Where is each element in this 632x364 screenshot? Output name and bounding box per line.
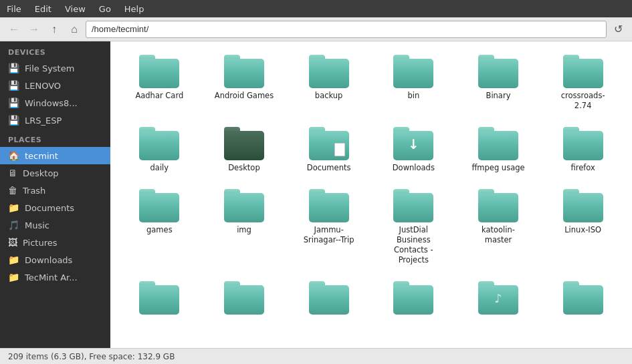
file-item-folder-r2[interactable] (203, 276, 286, 323)
file-item-folder-r4[interactable] (373, 276, 455, 323)
sidebar-label: Trash (23, 186, 45, 196)
place-icon: 🎵 (8, 220, 19, 230)
device-icon: 💾 (8, 115, 19, 126)
sidebar-label: Downloads (25, 255, 72, 265)
file-label: JustDial Business Contacts - Projects (383, 225, 443, 265)
folder-icon (478, 281, 518, 315)
file-label: img (237, 225, 251, 235)
menu-go[interactable]: Go (96, 3, 114, 15)
folder-icon (393, 281, 433, 315)
file-label: katoolin-master (468, 225, 528, 245)
file-item-jammu[interactable]: Jammu-Srinagar--Trip (288, 184, 370, 270)
sidebar-item-windows[interactable]: 💾Windows8... (0, 94, 110, 112)
sidebar-label: tecmint (25, 151, 58, 161)
sidebar-item-trash[interactable]: 🗑Trash (0, 182, 110, 199)
sidebar-label: Pictures (23, 238, 57, 248)
sidebar-label: Documents (25, 203, 74, 213)
sidebar-label: Desktop (23, 168, 59, 178)
file-item-daily[interactable]: daily (118, 122, 201, 178)
place-icon: 🗑 (8, 185, 17, 196)
file-item-binary[interactable]: Binary (457, 49, 540, 116)
up-button[interactable]: ↑ (45, 21, 63, 38)
file-label: crossroads-2.74 (553, 91, 613, 111)
file-item-documents-folder[interactable]: Documents (288, 122, 370, 178)
file-item-folder-r1[interactable] (118, 276, 201, 323)
place-icon: 📁 (8, 272, 19, 283)
folder-icon (393, 189, 433, 222)
file-label: backup (315, 91, 343, 101)
file-label: Aadhar Card (135, 91, 183, 101)
sidebar-item-documents[interactable]: 📁Documents (0, 199, 110, 216)
sidebar-item-tecmint-ar[interactable]: 📁TecMint Ar... (0, 268, 110, 286)
folder-icon (224, 281, 264, 315)
folder-icon (139, 55, 179, 88)
file-item-katoolin[interactable]: katoolin-master (457, 184, 540, 270)
file-item-bin[interactable]: bin (373, 49, 455, 116)
home-button[interactable]: ⌂ (66, 21, 83, 38)
sidebar-item-lrs-esp[interactable]: 💾LRS_ESP (0, 112, 110, 129)
file-item-crossroads[interactable]: crossroads-2.74 (542, 49, 624, 116)
sidebar-label: TecMint Ar... (25, 272, 78, 283)
place-icon: 🖼 (8, 237, 17, 248)
sidebar-item-desktop[interactable]: 🖥Desktop (0, 164, 110, 182)
menubar: File Edit View Go Help (0, 0, 632, 17)
folder-icon (309, 127, 349, 160)
file-item-android-games[interactable]: Android Games (203, 49, 286, 116)
sidebar-label: LENOVO (25, 81, 61, 91)
sidebar-item-downloads[interactable]: 📁Downloads (0, 251, 110, 268)
file-area: Aadhar CardAndroid GamesbackupbinBinaryc… (110, 41, 632, 348)
main-layout: DEVICES 💾File System💾LENOVO💾Windows8...💾… (0, 41, 632, 348)
device-icon: 💾 (8, 80, 19, 91)
devices-label: DEVICES (0, 41, 110, 59)
folder-icon (563, 281, 603, 315)
sidebar-item-file-system[interactable]: 💾File System (0, 59, 110, 77)
file-item-ffmpeg-usage[interactable]: ffmpeg usage (457, 122, 540, 178)
file-item-folder-r3[interactable] (288, 276, 370, 323)
device-icon: 💾 (8, 63, 19, 73)
file-item-backup[interactable]: backup (288, 49, 370, 116)
sidebar-label: LRS_ESP (25, 116, 62, 126)
file-label: Desktop (228, 163, 259, 173)
file-label: games (146, 225, 173, 235)
sidebar-item-tecmint[interactable]: 🏠tecmint (0, 147, 110, 164)
menu-file[interactable]: File (4, 3, 24, 15)
folder-icon (139, 281, 179, 315)
sidebar-label: File System (25, 63, 74, 73)
file-label: Binary (486, 91, 511, 101)
folder-icon (224, 127, 264, 160)
sidebar-item-music[interactable]: 🎵Music (0, 216, 110, 234)
file-item-linux-iso[interactable]: Linux-ISO (542, 184, 624, 270)
menu-help[interactable]: Help (122, 3, 147, 15)
folder-icon (393, 55, 433, 88)
forward-button[interactable]: → (25, 21, 43, 38)
file-label: firefox (570, 163, 595, 173)
sidebar-item-lenovo[interactable]: 💾LENOVO (0, 77, 110, 94)
sidebar-label: Music (25, 220, 49, 230)
file-item-folder-r6[interactable] (542, 276, 624, 323)
place-icon: 🖥 (8, 168, 17, 178)
file-item-justdial[interactable]: JustDial Business Contacts - Projects (373, 184, 455, 270)
file-item-downloads-folder[interactable]: Downloads (373, 122, 455, 178)
folder-icon (224, 189, 264, 222)
folder-icon (563, 189, 603, 222)
file-item-firefox[interactable]: firefox (542, 122, 624, 178)
menu-view[interactable]: View (62, 3, 88, 15)
sidebar-item-pictures[interactable]: 🖼Pictures (0, 234, 110, 251)
folder-icon (309, 189, 349, 222)
file-item-desktop-folder[interactable]: Desktop (203, 122, 286, 178)
places-label: PLACES (0, 129, 110, 147)
menu-edit[interactable]: Edit (32, 3, 54, 15)
file-label: Android Games (215, 91, 274, 101)
place-icon: 📁 (8, 202, 19, 213)
file-item-aadhar-card[interactable]: Aadhar Card (118, 49, 201, 116)
back-button[interactable]: ← (5, 21, 23, 38)
file-label: ffmpeg usage (471, 163, 524, 173)
file-item-img[interactable]: img (203, 184, 286, 270)
location-bar[interactable] (86, 21, 607, 38)
file-item-folder-r5[interactable] (457, 276, 540, 323)
file-item-games[interactable]: games (118, 184, 201, 270)
sidebar-label: Windows8... (25, 98, 78, 108)
folder-icon (563, 55, 603, 88)
folder-icon (478, 189, 518, 222)
reload-button[interactable]: ↺ (609, 21, 627, 38)
